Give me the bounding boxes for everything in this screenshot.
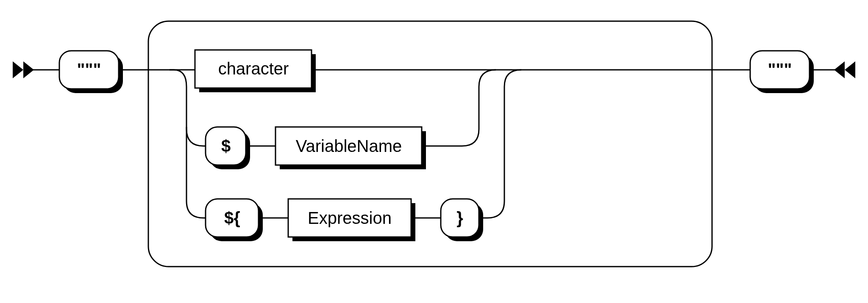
terminal-dollar-brace: ${ xyxy=(206,199,263,241)
nonterminal-expression: Expression xyxy=(288,199,415,241)
start-marker xyxy=(13,61,34,78)
start-terminal: """ xyxy=(59,51,123,93)
terminal-close-brace: } xyxy=(441,199,483,241)
start-terminal-label: """ xyxy=(77,60,101,79)
end-terminal-label: """ xyxy=(768,60,792,79)
end-terminal: """ xyxy=(750,51,814,93)
end-marker xyxy=(834,61,855,78)
alt-character: character xyxy=(195,50,316,92)
expression-label: Expression xyxy=(308,209,392,227)
character-label: character xyxy=(218,59,289,78)
svg-marker-3 xyxy=(834,61,845,78)
terminal-dollar: $ xyxy=(206,127,250,169)
svg-marker-2 xyxy=(845,61,855,78)
variablename-label: VariableName xyxy=(296,137,402,155)
dollar-label: $ xyxy=(221,137,231,155)
railroad-diagram: """ character """ $ VariableName xyxy=(0,0,868,303)
close-brace-label: } xyxy=(456,209,463,227)
svg-marker-0 xyxy=(13,61,23,78)
nonterminal-variablename: VariableName xyxy=(275,127,426,169)
svg-marker-1 xyxy=(23,61,34,78)
dollar-brace-label: ${ xyxy=(224,209,240,227)
